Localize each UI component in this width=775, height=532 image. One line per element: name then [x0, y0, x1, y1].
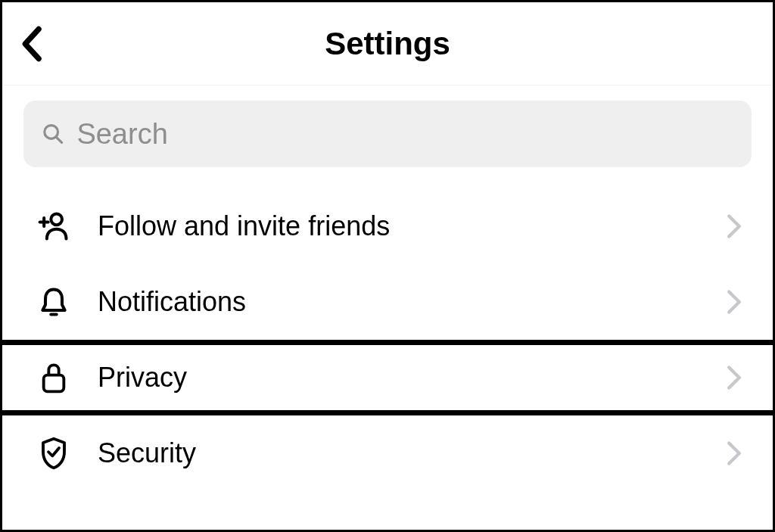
settings-item-privacy[interactable]: Privacy	[0, 340, 775, 415]
chevron-right-icon	[726, 440, 742, 466]
search-bar[interactable]	[23, 101, 752, 167]
chevron-right-icon	[726, 365, 742, 390]
item-label: Security	[98, 437, 699, 469]
chevron-left-icon	[17, 24, 48, 64]
svg-rect-6	[44, 375, 64, 392]
item-label: Follow and invite friends	[98, 210, 699, 242]
add-friend-icon	[37, 210, 70, 243]
bell-icon	[37, 285, 70, 319]
page-title: Settings	[325, 26, 450, 62]
chevron-right-icon	[726, 289, 742, 315]
settings-item-notifications[interactable]: Notifications	[2, 264, 773, 340]
search-icon	[42, 122, 64, 146]
header: Settings	[2, 2, 773, 86]
svg-point-2	[51, 214, 62, 226]
search-container	[2, 86, 773, 175]
settings-list: Follow and invite friends Notifications …	[2, 175, 773, 491]
settings-item-security[interactable]: Security	[2, 415, 773, 491]
lock-icon	[37, 361, 70, 394]
chevron-right-icon	[726, 213, 742, 239]
search-input[interactable]	[76, 118, 733, 151]
item-label: Notifications	[98, 286, 699, 318]
item-label: Privacy	[98, 362, 699, 394]
settings-item-follow-invite[interactable]: Follow and invite friends	[2, 188, 773, 264]
svg-line-1	[56, 137, 62, 143]
shield-check-icon	[37, 437, 70, 470]
back-button[interactable]	[17, 24, 48, 64]
